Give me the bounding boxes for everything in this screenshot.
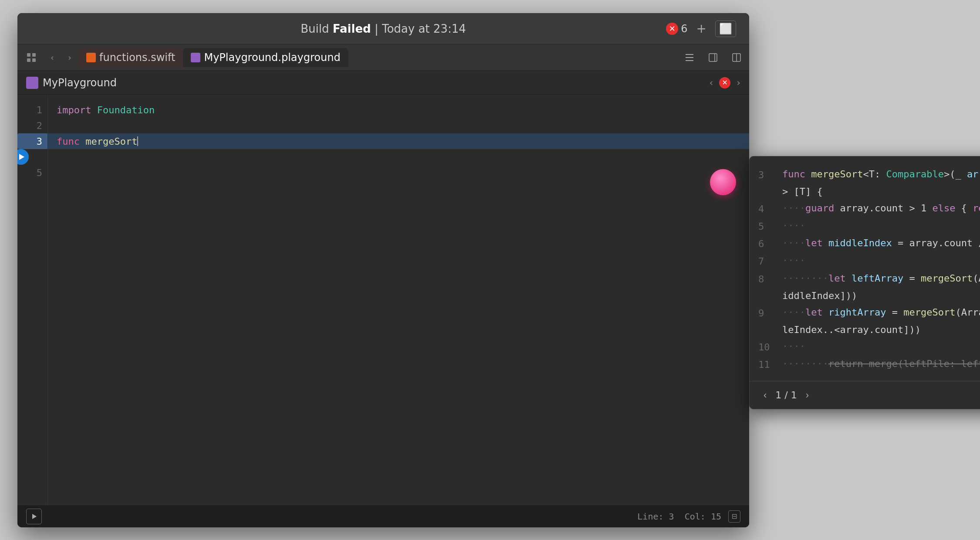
svg-rect-4 — [709, 54, 717, 61]
file-back-button[interactable]: ‹ — [709, 77, 713, 88]
sugg-dots-8: ········ — [782, 271, 828, 286]
sugg-code-11: return merge(leftPile: leftArray, rightP… — [828, 357, 980, 371]
sugg-lineno-7: 7 — [758, 253, 782, 269]
keyword-import: import — [57, 105, 91, 115]
code-lines[interactable]: import Foundation func mergeSort — [48, 95, 749, 505]
keyword-func: func — [57, 136, 80, 147]
title-bar: Build Failed | Today at 23:14 ✕ 6 + ⬜ — [17, 13, 749, 44]
file-header: MyPlayground ‹ ✕ › — [17, 71, 749, 95]
type-foundation: Foundation — [97, 105, 155, 115]
sugg-code-4: guard array.count > 1 else { return arra… — [805, 201, 980, 216]
layout-button[interactable]: ⬜ — [715, 20, 736, 37]
playground-icon — [26, 77, 38, 89]
sugg-lineno-11: 11 — [758, 357, 782, 372]
svg-rect-0 — [27, 53, 30, 57]
forward-button[interactable]: › — [61, 49, 78, 66]
suggestion-prev-button[interactable]: ‹ — [760, 388, 770, 403]
playground-file-icon — [191, 53, 200, 62]
tab-bar-actions — [681, 49, 745, 66]
line-num-1: 1 — [17, 102, 47, 118]
file-forward-button[interactable]: › — [737, 77, 740, 88]
window-title: Build Failed | Today at 23:14 — [301, 22, 466, 35]
code-line-4 — [57, 149, 740, 165]
split-editor-button[interactable] — [681, 49, 698, 66]
svg-rect-2 — [27, 58, 30, 62]
title-bold: Failed — [333, 22, 371, 35]
svg-rect-1 — [32, 53, 36, 57]
sugg-dots-6: ···· — [782, 236, 805, 251]
line-num-2: 2 — [17, 118, 47, 133]
code-editor[interactable]: 1 2 3 5 import Foundation func mergeSort — [17, 95, 749, 505]
cursor-position: Line: 3 Col: 15 — [637, 511, 721, 522]
sugg-dots-11: ········ — [782, 357, 828, 371]
line-num-3: 3 — [17, 133, 47, 149]
sugg-lineno-3: 3 — [758, 167, 782, 183]
sugg-line-10: 10 ···· — [758, 339, 980, 355]
suggestion-panel: 3 func mergeSort<T: Comparable>(_ array:… — [749, 156, 980, 409]
add-tab-button[interactable]: + — [696, 21, 706, 36]
title-suffix: | Today at 23:14 — [371, 22, 466, 35]
tab-bar: ‹ › functions.swift MyPlayground.playgro… — [17, 44, 749, 71]
sugg-code-8b: iddleIndex])) — [782, 289, 857, 303]
xcode-window: Build Failed | Today at 23:14 ✕ 6 + ⬜ ‹ … — [17, 13, 749, 527]
suggestion-code-area: 3 func mergeSort<T: Comparable>(_ array:… — [750, 156, 980, 381]
status-icon-button[interactable]: ⊟ — [728, 510, 740, 523]
func-name-mergesort: mergeSort — [85, 136, 137, 147]
title-normal: Build — [301, 22, 333, 35]
sugg-dots-10: ···· — [782, 339, 805, 354]
sugg-line-11: 11 ········ return merge(leftPile: leftA… — [758, 357, 980, 372]
sugg-lineno-9: 9 — [758, 305, 782, 321]
file-header-actions: ‹ ✕ › — [709, 77, 740, 88]
inspector-button[interactable] — [705, 49, 721, 66]
sugg-line-9: 9 ···· let rightArray = mergeSort(Array(… — [758, 305, 980, 321]
status-bar: Line: 3 Col: 15 ⊟ — [17, 505, 749, 527]
sugg-lineno-6: 6 — [758, 236, 782, 251]
sugg-code-6: let middleIndex = array.count / 2 — [805, 236, 980, 251]
tab-label-playground: MyPlayground.playground — [204, 51, 340, 64]
play-button[interactable] — [26, 509, 42, 524]
status-col: Col: 15 — [685, 511, 721, 522]
sugg-dots-7: ···· — [782, 253, 805, 268]
suggestion-counter: 1 / 1 — [775, 390, 797, 401]
suggestion-nav: ‹ 1 / 1 › — [760, 388, 812, 403]
svg-rect-3 — [32, 58, 36, 62]
sugg-line-6: 6 ···· let middleIndex = array.count / 2 — [758, 236, 980, 251]
sugg-line-9b: leIndex..<array.count])) — [758, 323, 980, 337]
sugg-code-9b: leIndex..<array.count])) — [782, 323, 921, 337]
sugg-dots-9: ···· — [782, 305, 805, 320]
swift-file-icon — [86, 53, 96, 62]
sugg-dots-5: ···· — [782, 218, 805, 233]
title-bar-right: ✕ 6 + ⬜ — [666, 20, 736, 37]
code-line-1: import Foundation — [57, 102, 740, 118]
close-file-button[interactable]: ✕ — [719, 77, 730, 88]
sugg-code-9: let rightArray = mergeSort(Array(array[m… — [805, 305, 980, 320]
sugg-lineno-3b — [758, 184, 782, 185]
sugg-line-8b: iddleIndex])) — [758, 289, 980, 303]
sugg-lineno-5: 5 — [758, 218, 782, 234]
tab-label-functions: functions.swift — [99, 51, 175, 64]
sugg-line-8: 8 ········ let leftArray = mergeSort(Arr… — [758, 271, 980, 287]
sugg-lineno-4: 4 — [758, 201, 782, 217]
sugg-lineno-9b — [758, 323, 782, 323]
sugg-code-3b: > [T] { — [782, 184, 823, 199]
back-button[interactable]: ‹ — [44, 49, 61, 66]
sugg-line-5: 5 ···· — [758, 218, 980, 234]
sugg-code-3: func mergeSort<T: Comparable>(_ array: [… — [782, 167, 980, 182]
tab-functions-swift[interactable]: functions.swift — [78, 48, 183, 67]
code-line-2 — [57, 118, 740, 133]
tab-myplayground[interactable]: MyPlayground.playground — [183, 48, 348, 67]
sugg-lineno-8b — [758, 289, 782, 289]
sugg-line-4: 4 ···· guard array.count > 1 else { retu… — [758, 201, 980, 217]
code-line-3: func mergeSort — [48, 133, 749, 149]
assistant-button[interactable] — [728, 49, 745, 66]
record-button[interactable] — [710, 169, 736, 195]
grid-view-button[interactable] — [22, 48, 41, 67]
text-cursor — [137, 136, 138, 146]
error-badge[interactable]: ✕ 6 — [666, 23, 687, 35]
sugg-code-8: let leftArray = mergeSort(Array(array[0.… — [828, 271, 980, 286]
suggestion-footer: ‹ 1 / 1 › Reject Accept — [750, 381, 980, 409]
status-line: Line: 3 — [637, 511, 674, 522]
suggestion-next-button[interactable]: › — [802, 388, 812, 403]
sugg-lineno-8: 8 — [758, 271, 782, 287]
code-line-5 — [57, 165, 740, 180]
